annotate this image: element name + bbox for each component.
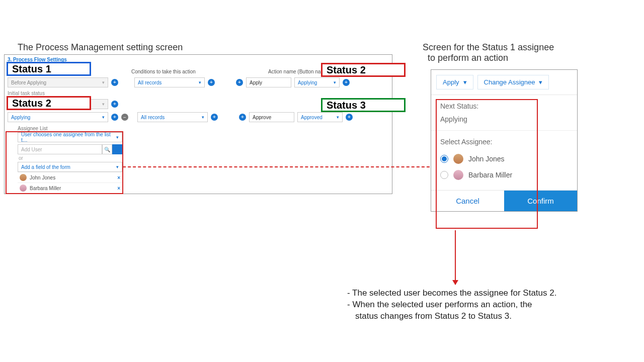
next-status-dropdown-1[interactable]: Applying ▾ (294, 77, 340, 87)
left-caption: The Process Management setting screen (18, 42, 183, 53)
add-row-icon[interactable]: + (111, 79, 118, 86)
change-assignee-button[interactable]: Change Assignee ▾ (477, 75, 549, 89)
chevron-down-icon: ▾ (539, 78, 542, 86)
condition-dropdown-1[interactable]: All records ▾ (134, 77, 205, 87)
explanation-notes: - The selected user becomes the assignee… (347, 288, 556, 322)
next-status-dropdown-2[interactable]: Approved ▾ (297, 112, 343, 122)
add-condition-icon[interactable]: + (208, 79, 215, 86)
apply-button[interactable]: Apply ▾ (436, 75, 473, 89)
initial-status-label: Initial task status (8, 90, 128, 96)
apply-label: Apply (443, 78, 459, 86)
add-row-icon[interactable]: + (111, 101, 118, 108)
change-assignee-label: Change Assignee (484, 78, 535, 86)
overlay-status-3: Status 3 (321, 98, 406, 112)
next-status-2-label: Approved (301, 115, 323, 120)
note-line-3: status changes from Status 2 to Status 3… (347, 311, 556, 322)
chevron-down-icon: ▾ (102, 80, 105, 85)
chevron-down-icon: ▾ (337, 115, 339, 120)
condition-1-label: All records (138, 80, 162, 85)
chevron-down-icon: ▾ (202, 115, 204, 120)
col-conditions-header: Conditions to take this action (131, 69, 242, 74)
status-applying-label: Applying (11, 115, 30, 120)
condition-2-label: All records (141, 115, 165, 120)
right-caption: Screen for the Status 1 assignee to perf… (423, 42, 554, 63)
status-before-dropdown[interactable]: Before Applying ▾ (8, 77, 108, 87)
chevron-down-icon: ▾ (102, 102, 105, 107)
overlay-status-2a: Status 2 (321, 63, 406, 77)
chevron-down-icon: ▾ (102, 115, 105, 120)
assignee-list-title: Assignee List (18, 126, 122, 131)
overlay-status-2b: Status 2 (7, 96, 91, 110)
arrow-down-icon (455, 230, 456, 285)
add-branch-icon[interactable]: + (343, 79, 350, 86)
remove-row-icon[interactable]: − (121, 114, 128, 121)
next-status-1-label: Applying (298, 80, 317, 85)
condition-dropdown-2[interactable]: All records ▾ (137, 112, 208, 122)
chevron-down-icon: ▾ (199, 80, 201, 85)
add-condition-icon[interactable]: + (211, 114, 218, 121)
add-row-icon[interactable]: + (111, 114, 118, 121)
note-line-1: - The selected user becomes the assignee… (347, 288, 556, 299)
overlay-status-1: Status 1 (7, 62, 91, 76)
popup-highlight-box (436, 99, 538, 229)
dashed-connector (123, 166, 435, 167)
note-line-2: - When the selected user performs an act… (347, 299, 556, 311)
status-applying-dropdown[interactable]: Applying ▾ (8, 112, 108, 122)
chevron-down-icon: ▾ (334, 80, 336, 85)
action-name-input-2[interactable]: Approve (249, 112, 294, 122)
add-action-icon[interactable]: + (236, 79, 243, 86)
status-before-label: Before Applying (11, 80, 46, 85)
action-name-input-1[interactable]: Apply (246, 77, 291, 87)
add-action-icon[interactable]: + (239, 114, 246, 121)
add-branch-icon[interactable]: + (346, 114, 353, 121)
assignee-highlight-box (6, 131, 123, 194)
chevron-down-icon: ▾ (463, 78, 467, 86)
